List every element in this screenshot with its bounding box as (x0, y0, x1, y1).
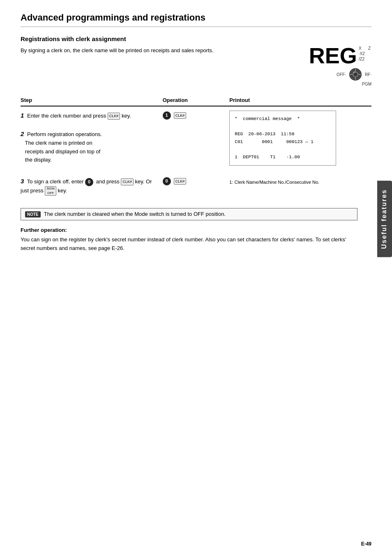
op-num-circle-0: 0 (163, 177, 171, 185)
op-cell-1: 1 CLK# (163, 111, 226, 120)
step-3-printout-note: 1: Clerk Name/Machine No./Consecutive No… (229, 170, 371, 200)
step-2-num: 2 (21, 130, 24, 137)
op-num-circle-1: 1 (163, 111, 171, 120)
mode-knob (348, 67, 362, 81)
col-header-operation: Operation (163, 95, 230, 106)
svg-point-8 (354, 73, 357, 76)
reg-sub-row: OFF· RF· (337, 67, 371, 81)
page-title: Advanced programmings and registrations (21, 12, 371, 27)
sign-off-key: SIGNOFF (45, 186, 56, 196)
col-header-step: Step (21, 95, 163, 106)
pgm-label: PGM (362, 82, 371, 86)
clk-key-3: CLK# (121, 178, 134, 185)
steps-table: Step Operation Printout 1 Enter the cler… (21, 95, 371, 200)
step-1-num: 1 (21, 112, 24, 119)
side-tab: Useful features (377, 181, 392, 257)
page-number: E-49 (361, 541, 371, 547)
step-1-printout: * commercial message * REG 20-06-2013 11… (229, 106, 371, 170)
off-label: OFF· (337, 72, 346, 77)
further-title: Further operation: (21, 227, 371, 233)
reg-diagram: REG X Z ·X2 /Z2 OFF· RF· PG (309, 44, 371, 86)
printout-footnote: 1: Clerk Name/Machine No./Consecutive No… (229, 179, 368, 186)
note-label: NOTE (25, 211, 41, 217)
further-section: Further operation: You can sign on the r… (21, 227, 371, 253)
rf-label: RF· (365, 72, 371, 77)
intro-text: By signing a clerk on, the clerk name wi… (21, 46, 251, 55)
note-box: NOTE The clerk number is cleared when th… (21, 208, 357, 220)
op-cell-3: 0 CLK# (163, 177, 226, 185)
further-text: You can sign on the register by clerk's … (21, 236, 357, 253)
op-clk-key-1: CLK# (174, 112, 187, 119)
step-1-text: 1 Enter the clerk number and press CLK# … (21, 106, 163, 170)
table-row: 3 To sign a clerk off, enter 0 and press… (21, 170, 371, 200)
step-1-op: 1 CLK# (163, 106, 230, 170)
col-header-printout: Printout (229, 95, 371, 106)
table-row: 1 Enter the clerk number and press CLK# … (21, 106, 371, 170)
reg-superscripts: X Z ·X2 /Z2 (359, 46, 371, 62)
op-clk-key-3: CLK# (174, 178, 187, 185)
clk-key-1: CLK# (108, 113, 120, 119)
step-3-text: 3 To sign a clerk off, enter 0 and press… (21, 170, 163, 200)
step-3-op: 0 CLK# (163, 170, 230, 200)
section-title: Registrations with clerk assignment (21, 35, 371, 42)
note-text: The clerk number is cleared when the Mod… (44, 211, 226, 217)
intro-block: By signing a clerk on, the clerk name wi… (21, 46, 309, 59)
step-3-num: 3 (21, 178, 24, 185)
printout-box: * commercial message * REG 20-06-2013 11… (229, 111, 336, 166)
reg-text: REG (309, 44, 357, 67)
intro-area: By signing a clerk on, the clerk name wi… (21, 46, 371, 86)
zero-circle: 0 (85, 178, 93, 186)
